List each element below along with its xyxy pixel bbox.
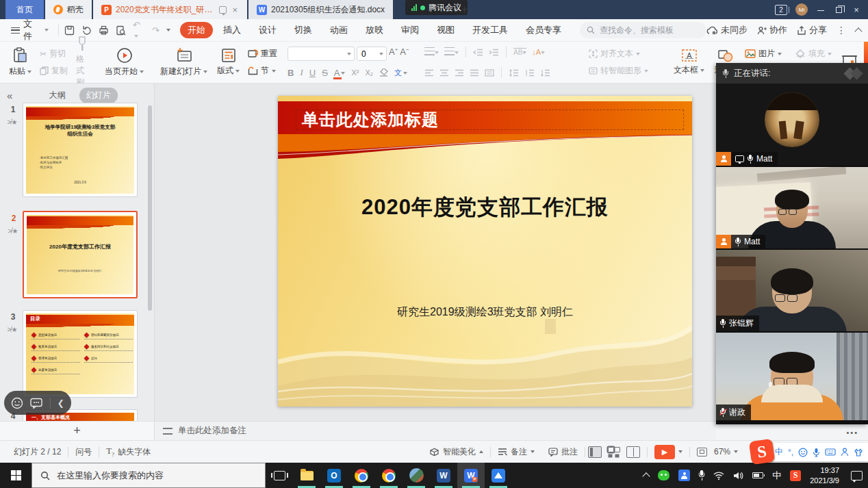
tencent-meeting-floating-bar[interactable]: 腾讯会议 <box>405 0 468 15</box>
task-view-button[interactable] <box>266 463 293 488</box>
clear-format-icon[interactable] <box>379 68 388 77</box>
close-button[interactable]: × <box>852 5 861 15</box>
format-painter-button[interactable]: 格式刷 <box>71 35 93 90</box>
ribbon-tab-design[interactable]: 设计 <box>251 22 284 38</box>
play-from-current-button[interactable]: 当页开始 <box>100 46 149 79</box>
numbered-list-button[interactable] <box>444 47 459 57</box>
ime-indicator[interactable]: 中 <box>772 470 781 482</box>
meeting-panel-header[interactable]: 正在讲话: <box>716 63 868 84</box>
tab-docer[interactable]: 稻壳 <box>45 0 92 19</box>
ribbon-tab-slideshow[interactable]: 放映 <box>358 22 391 38</box>
collapse-widget-icon[interactable]: ❮ <box>58 398 64 408</box>
task-pane-strip[interactable] <box>864 42 868 63</box>
taskbar-search[interactable] <box>31 463 266 488</box>
font-size-combo[interactable] <box>357 47 387 61</box>
slide-canvas[interactable]: 单击此处添加标题 2020年度党支部工作汇报 研究生2019级测绘3班党支部 刘… <box>278 96 692 407</box>
bullet-list-button[interactable] <box>424 47 439 57</box>
microphone-tray-icon[interactable] <box>699 471 704 480</box>
export-icon[interactable] <box>81 25 92 36</box>
more-options-icon[interactable]: ⋮ <box>837 25 846 36</box>
taskbar-search-input[interactable] <box>55 470 247 481</box>
ime-punctuation-toggle[interactable]: °, <box>788 448 793 457</box>
ribbon-tab-home[interactable]: 开始 <box>180 22 213 38</box>
ribbon-tab-animation[interactable]: 动画 <box>322 22 355 38</box>
close-tab-icon[interactable]: × <box>231 5 239 15</box>
slide-thumbnail-2-selected[interactable]: 2 ≯★ 2020年度党支部工作汇报 研究生2019级测绘3班党支部 刘明仁 <box>23 211 138 298</box>
play-slideshow-button[interactable]: ▶ <box>648 445 689 459</box>
sidebar-scrollbar[interactable] <box>148 105 152 311</box>
chrome-button[interactable] <box>348 463 375 488</box>
missing-font-button[interactable]: T? 缺失字体 <box>99 446 157 458</box>
textbox-button[interactable]: A 文本框 <box>669 47 709 77</box>
collapse-panel-icon[interactable]: « <box>7 90 12 101</box>
participant-tile-1[interactable]: Matt <box>716 84 868 167</box>
user-avatar[interactable]: Mi <box>795 3 808 16</box>
increase-indent-icon[interactable] <box>489 49 499 56</box>
align-center-icon[interactable] <box>439 69 449 77</box>
ime-language-toggle[interactable]: 中 <box>775 446 783 458</box>
outline-tab[interactable]: 大纲 <box>42 88 73 103</box>
fill-button[interactable]: 填充 <box>792 47 835 61</box>
normal-view-button[interactable] <box>588 446 602 458</box>
increase-font-icon[interactable]: A+ <box>389 47 398 61</box>
action-center-icon[interactable] <box>851 471 863 480</box>
battery-icon[interactable] <box>752 472 763 478</box>
customize-toolbar-icon[interactable] <box>166 29 170 31</box>
meeting-tray-icon[interactable] <box>678 470 690 481</box>
ime-emoji-icon[interactable] <box>798 448 808 457</box>
ribbon-tab-insert[interactable]: 插入 <box>216 22 248 38</box>
decrease-indent-icon[interactable] <box>473 49 483 56</box>
font-size-input[interactable] <box>360 49 379 60</box>
tab-home[interactable]: 首页 <box>5 0 44 19</box>
panel-more-options[interactable]: ••• <box>716 424 868 440</box>
align-right-icon[interactable] <box>455 69 464 77</box>
present-mode-icon[interactable] <box>219 6 227 14</box>
photos-app-button[interactable] <box>403 463 430 488</box>
sync-status-button[interactable]: 未同步 <box>706 24 748 36</box>
emoji-reaction-icon[interactable] <box>11 397 23 409</box>
tencent-meeting-button[interactable] <box>485 463 512 488</box>
section-button[interactable]: 节 <box>244 64 281 78</box>
slide-subtitle[interactable]: 研究生2019级测绘3班党支部 刘明仁 <box>278 305 692 320</box>
add-slide-button[interactable]: + <box>0 421 154 440</box>
justify-icon[interactable] <box>470 69 479 77</box>
command-search-input[interactable] <box>598 25 701 36</box>
document-count-badge[interactable]: 2 <box>775 5 787 15</box>
line-spacing-options-icon[interactable] <box>540 69 550 77</box>
ime-person-icon[interactable] <box>841 448 849 457</box>
participant-tile-4[interactable]: 谢政 <box>716 333 868 420</box>
collaborate-button[interactable]: 协作 <box>757 24 787 36</box>
file-explorer-button[interactable] <box>293 463 320 488</box>
wechat-tray-icon[interactable] <box>658 470 669 480</box>
picture-button[interactable]: 图片 <box>741 47 785 61</box>
command-search-box[interactable] <box>580 22 706 38</box>
cut-button[interactable]: ✂ 剪切 <box>36 47 71 61</box>
slide-title[interactable]: 2020年度党支部工作汇报 <box>278 193 692 222</box>
print-icon[interactable] <box>99 25 109 36</box>
zoom-control[interactable]: 67% <box>714 447 745 457</box>
tab-word-document[interactable]: W 20210305组织生活会通知.docx <box>248 0 393 19</box>
text-orientation-button[interactable]: ↓A <box>532 48 545 56</box>
reset-button[interactable]: 重置 <box>244 47 281 61</box>
strikethrough-button[interactable]: S <box>322 68 328 78</box>
redo-icon[interactable]: ↷ <box>152 25 159 36</box>
pinyin-guide-button[interactable]: 文 <box>394 68 407 78</box>
paragraph-spacing-icon[interactable] <box>524 69 535 77</box>
slide-sorter-view-button[interactable] <box>607 446 621 458</box>
ime-keyboard-icon[interactable] <box>825 448 836 456</box>
slides-tab[interactable]: 幻灯片 <box>79 88 118 103</box>
paste-button[interactable]: 粘贴 <box>4 46 36 79</box>
to-smartart-button[interactable]: 转智能图形 <box>585 64 662 78</box>
outlook-button[interactable]: O <box>320 463 348 488</box>
fit-slide-button[interactable] <box>690 448 714 457</box>
ribbon-tab-view[interactable]: 视图 <box>429 22 462 38</box>
align-text-button[interactable]: 对齐文本 <box>585 47 662 61</box>
comments-button[interactable]: 批注 <box>541 446 585 458</box>
beautify-button[interactable]: 智能美化 <box>422 446 490 458</box>
share-button[interactable]: 分享 <box>797 24 827 36</box>
underline-button[interactable]: U <box>309 68 316 78</box>
restore-button[interactable] <box>834 5 843 15</box>
layout-button[interactable]: 版式 <box>212 47 244 78</box>
undo-icon[interactable]: ↶ <box>133 20 145 40</box>
word-button[interactable]: W <box>430 463 457 488</box>
